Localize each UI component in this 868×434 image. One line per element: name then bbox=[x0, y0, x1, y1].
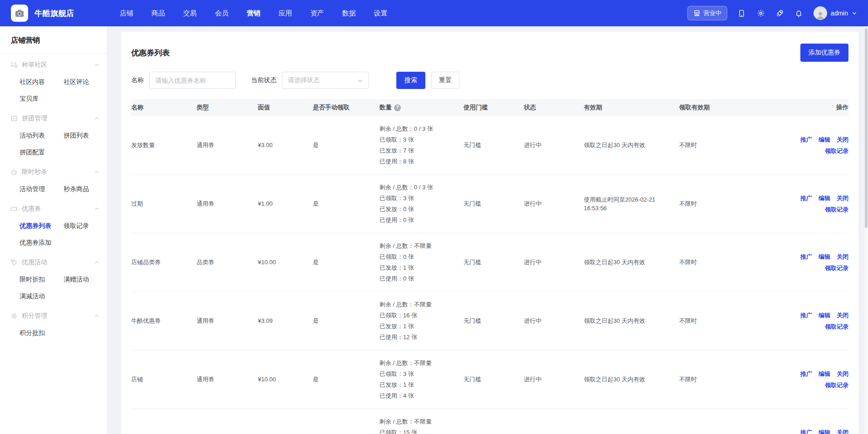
action-link-promote[interactable]: 推广 bbox=[800, 370, 812, 379]
sidebar-item-2-1[interactable]: 活动列表 bbox=[20, 127, 64, 144]
action-link-edit[interactable]: 编辑 bbox=[819, 135, 830, 144]
validity-period: 领取之日起30 天内有效 bbox=[584, 375, 679, 384]
status-select[interactable]: 请选择状态 bbox=[282, 72, 369, 89]
nav-item[interactable]: 会员 bbox=[215, 9, 229, 18]
sidebar-section-label: 限时秒杀 bbox=[22, 168, 47, 176]
action-link-receive-records[interactable]: 领取记录 bbox=[825, 147, 848, 156]
quantity-line: 已发放：1 张 bbox=[380, 380, 457, 390]
action-link-promote[interactable]: 推广 bbox=[800, 311, 812, 320]
storefront-icon bbox=[693, 10, 700, 17]
nav-item[interactable]: 设置 bbox=[374, 9, 388, 18]
sidebar-section-header[interactable]: 积分管理 bbox=[0, 307, 107, 325]
usage-threshold: 无门槛 bbox=[464, 199, 524, 208]
store-logo[interactable] bbox=[11, 5, 28, 22]
receive-validity-period: 不限时 bbox=[679, 199, 771, 208]
vertical-scrollbar-track[interactable] bbox=[864, 26, 868, 434]
business-status-badge[interactable]: 营业中 bbox=[687, 6, 727, 20]
chevron-up-icon bbox=[94, 169, 99, 175]
action-link-close[interactable]: 关闭 bbox=[837, 428, 848, 434]
sidebar-item-6-1[interactable]: 积分批扣 bbox=[20, 325, 64, 341]
sidebar-item-1-2[interactable]: 社区评论 bbox=[64, 74, 102, 90]
points-icon bbox=[10, 312, 18, 320]
sidebar-item-2-3[interactable]: 拼团配置 bbox=[20, 144, 64, 161]
action-link-promote[interactable]: 推广 bbox=[800, 135, 812, 144]
action-link-receive-records[interactable]: 领取记录 bbox=[825, 381, 848, 390]
sidebar-item-4-2[interactable]: 领取记录 bbox=[64, 217, 102, 234]
sidebar-item-1-1[interactable]: 社区内容 bbox=[20, 74, 64, 90]
nav-item[interactable]: 商品 bbox=[152, 9, 165, 18]
coupon-value: ¥10.00 bbox=[258, 375, 313, 384]
column-header: 状态 bbox=[524, 103, 584, 112]
sidebar-item-2-2[interactable]: 拼团列表 bbox=[64, 127, 102, 144]
table-body: 发放数量通用券¥3.00是剩余 / 总数：0 / 3 张已领取：3 张已发放：7… bbox=[131, 116, 848, 434]
quantity-line: 已发放：0 张 bbox=[380, 204, 457, 215]
chevron-down-icon bbox=[852, 10, 857, 16]
sidebar-item-4-3[interactable]: 优惠券添加 bbox=[20, 234, 64, 251]
sidebar-section-header[interactable]: 优惠券 bbox=[0, 200, 107, 217]
quantity-line: 已领取：3 张 bbox=[380, 369, 457, 380]
action-link-promote[interactable]: 推广 bbox=[800, 194, 812, 203]
action-link-receive-records[interactable]: 领取记录 bbox=[825, 322, 848, 331]
quantity-line: 已领取：3 张 bbox=[380, 134, 457, 145]
sidebar-section-label: 优惠活动 bbox=[22, 258, 47, 266]
add-coupon-button[interactable]: 添加优惠券 bbox=[800, 44, 848, 62]
action-link-close[interactable]: 关闭 bbox=[837, 252, 848, 261]
action-link-edit[interactable]: 编辑 bbox=[819, 428, 830, 434]
user-menu[interactable]: admin bbox=[814, 6, 857, 20]
column-header: 操作 bbox=[771, 103, 848, 112]
nav-item[interactable]: 资产 bbox=[311, 9, 324, 18]
sidebar-item-3-1[interactable]: 活动管理 bbox=[20, 181, 64, 197]
sidebar-section-header[interactable]: 优惠活动 bbox=[0, 254, 107, 271]
action-link-promote[interactable]: 推广 bbox=[800, 428, 812, 434]
table-row: niuyun通用券¥10.00是剩余 / 总数：不限量已领取：15 张已发放：1… bbox=[131, 409, 848, 434]
groupbuy-icon bbox=[10, 115, 18, 123]
sidebar-section-items: 优惠券列表领取记录优惠券添加 bbox=[0, 217, 107, 251]
action-link-edit[interactable]: 编辑 bbox=[819, 194, 830, 203]
action-link-edit[interactable]: 编辑 bbox=[819, 370, 830, 379]
action-link-edit[interactable]: 编辑 bbox=[819, 311, 830, 320]
nav-item[interactable]: 店铺 bbox=[120, 9, 133, 18]
reset-button[interactable]: 重置 bbox=[431, 72, 459, 89]
chevron-down-icon bbox=[357, 78, 363, 84]
quantity-help-icon[interactable]: ? bbox=[394, 104, 401, 111]
notifications-bell-icon[interactable] bbox=[794, 9, 804, 18]
sidebar-item-5-2[interactable]: 满赠活动 bbox=[64, 271, 102, 288]
row-actions: 推广编辑关闭领取记录 bbox=[771, 428, 848, 434]
search-button[interactable]: 搜索 bbox=[396, 72, 425, 89]
quantity-line: 已使用：0 张 bbox=[380, 273, 457, 284]
action-link-receive-records[interactable]: 领取记录 bbox=[825, 205, 848, 214]
action-link-receive-records[interactable]: 领取记录 bbox=[825, 264, 848, 273]
action-link-close[interactable]: 关闭 bbox=[837, 311, 848, 320]
sidebar-item-5-1[interactable]: 限时折扣 bbox=[20, 271, 64, 288]
settings-gear-icon[interactable] bbox=[756, 9, 765, 18]
action-link-promote[interactable]: 推广 bbox=[800, 252, 812, 261]
quantity-line: 已发放：1 张 bbox=[380, 262, 457, 273]
sidebar-section-header[interactable]: 种草社区 bbox=[0, 56, 107, 74]
nav-item[interactable]: 营销 bbox=[247, 9, 261, 18]
coupon-value: ¥1.00 bbox=[258, 199, 313, 208]
quantity-line: 剩余 / 总数：不限量 bbox=[380, 241, 457, 252]
action-link-close[interactable]: 关闭 bbox=[837, 370, 848, 379]
action-link-edit[interactable]: 编辑 bbox=[819, 252, 830, 261]
quantity-line: 已发放：1 张 bbox=[380, 321, 457, 332]
action-link-close[interactable]: 关闭 bbox=[837, 135, 848, 144]
sidebar-section-header[interactable]: 拼团管理 bbox=[0, 110, 107, 127]
rocket-icon[interactable] bbox=[775, 9, 784, 18]
coupon-name-input[interactable] bbox=[149, 72, 236, 89]
sidebar-item-4-1[interactable]: 优惠券列表 bbox=[20, 217, 64, 234]
vertical-scrollbar-thumb[interactable] bbox=[865, 28, 868, 228]
status: 进行中 bbox=[524, 141, 584, 150]
mobile-preview-icon[interactable] bbox=[737, 9, 746, 18]
coupon-name: 店铺品类券 bbox=[131, 258, 197, 267]
nav-item[interactable]: 交易 bbox=[183, 9, 197, 18]
manual-receive: 是 bbox=[313, 375, 380, 384]
nav-item[interactable]: 应用 bbox=[279, 9, 292, 18]
sidebar-item-1-3[interactable]: 宝贝库 bbox=[20, 90, 64, 107]
sidebar-item-5-3[interactable]: 满减活动 bbox=[20, 288, 64, 305]
sidebar-item-3-2[interactable]: 秒杀商品 bbox=[64, 181, 102, 197]
nav-item[interactable]: 数据 bbox=[342, 9, 356, 18]
quantity-line: 已使用：12 张 bbox=[380, 332, 457, 343]
action-link-close[interactable]: 关闭 bbox=[837, 194, 848, 203]
sidebar-section-header[interactable]: 限时秒杀 bbox=[0, 163, 107, 181]
receive-validity-period: 不限时 bbox=[679, 316, 771, 326]
